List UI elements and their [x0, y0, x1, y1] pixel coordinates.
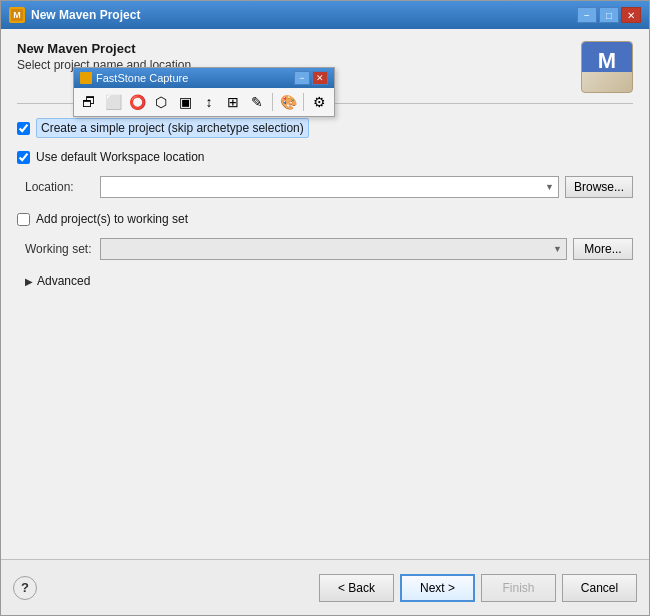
faststone-title-group: FastStone Capture: [80, 72, 294, 84]
faststone-toolbar: FastStone Capture − ✕ 🗗 ⬜ ⭕ ⬡ ▣ ↕ ⊞ ✎ 🎨: [73, 67, 335, 117]
capture-circle-icon[interactable]: ⭕: [126, 91, 148, 113]
more-button[interactable]: More...: [573, 238, 633, 260]
maven-logo-letter: M: [598, 48, 616, 74]
settings-icon[interactable]: ⚙: [308, 91, 330, 113]
finish-button[interactable]: Finish: [481, 574, 556, 602]
faststone-icon: [80, 72, 92, 84]
color-picker-icon[interactable]: 🎨: [277, 91, 299, 113]
footer: ? < Back Next > Finish Cancel: [1, 559, 649, 615]
titlebar: M New Maven Project − □ ✕: [1, 1, 649, 29]
advanced-arrow-icon: ▶: [25, 276, 33, 287]
faststone-tools: 🗗 ⬜ ⭕ ⬡ ▣ ↕ ⊞ ✎ 🎨 ⚙: [74, 88, 334, 116]
working-set-input-wrap: ▼ More...: [100, 238, 633, 260]
main-window: M New Maven Project − □ ✕ FastStone Capt…: [0, 0, 650, 616]
maximize-button[interactable]: □: [599, 7, 619, 23]
toolbar-separator-2: [303, 93, 304, 111]
back-button[interactable]: < Back: [319, 574, 394, 602]
use-default-workspace-checkbox[interactable]: [17, 151, 30, 164]
faststone-close-button[interactable]: ✕: [312, 71, 328, 85]
use-default-workspace-row: Use default Workspace location: [17, 150, 633, 164]
capture-cursor-icon[interactable]: ⬡: [150, 91, 172, 113]
add-to-working-set-label: Add project(s) to working set: [36, 212, 188, 226]
create-simple-checkbox[interactable]: [17, 122, 30, 135]
use-default-workspace-label: Use default Workspace location: [36, 150, 205, 164]
maven-logo: M: [581, 41, 633, 93]
toolbar-separator: [272, 93, 273, 111]
capture-freehand-icon[interactable]: ✎: [246, 91, 268, 113]
titlebar-icon: M: [9, 7, 25, 23]
create-simple-label: Create a simple project (skip archetype …: [36, 118, 309, 138]
svg-text:M: M: [13, 10, 21, 20]
browse-button[interactable]: Browse...: [565, 176, 633, 198]
working-set-dropdown[interactable]: ▼: [100, 238, 567, 260]
faststone-title: FastStone Capture: [96, 72, 188, 84]
create-simple-row: Create a simple project (skip archetype …: [17, 118, 633, 138]
help-button[interactable]: ?: [13, 576, 37, 600]
capture-region-icon[interactable]: ▣: [174, 91, 196, 113]
location-dropdown-arrow: ▼: [545, 182, 554, 192]
close-button[interactable]: ✕: [621, 7, 641, 23]
add-to-working-set-checkbox[interactable]: [17, 213, 30, 226]
add-to-working-set-row: Add project(s) to working set: [17, 212, 633, 226]
content-area: FastStone Capture − ✕ 🗗 ⬜ ⭕ ⬡ ▣ ↕ ⊞ ✎ 🎨: [1, 29, 649, 559]
titlebar-title: New Maven Project: [31, 8, 577, 22]
cancel-button[interactable]: Cancel: [562, 574, 637, 602]
location-dropdown[interactable]: ▼: [100, 176, 559, 198]
footer-buttons: < Back Next > Finish Cancel: [37, 574, 637, 602]
advanced-label: Advanced: [37, 274, 90, 288]
faststone-titlebar: FastStone Capture − ✕: [74, 68, 334, 88]
titlebar-controls: − □ ✕: [577, 7, 641, 23]
location-input-wrap: ▼ Browse...: [100, 176, 633, 198]
capture-window-icon[interactable]: 🗗: [78, 91, 100, 113]
faststone-minimize-button[interactable]: −: [294, 71, 310, 85]
minimize-button[interactable]: −: [577, 7, 597, 23]
faststone-controls: − ✕: [294, 71, 328, 85]
working-set-label: Working set:: [25, 242, 100, 256]
capture-rect-icon[interactable]: ⬜: [102, 91, 124, 113]
form-area: Create a simple project (skip archetype …: [17, 118, 633, 551]
location-row: Location: ▼ Browse...: [17, 176, 633, 198]
next-button[interactable]: Next >: [400, 574, 475, 602]
working-set-dropdown-arrow: ▼: [553, 244, 562, 254]
capture-scroll-icon[interactable]: ↕: [198, 91, 220, 113]
capture-fixed-icon[interactable]: ⊞: [222, 91, 244, 113]
page-title: New Maven Project: [17, 41, 581, 56]
location-label: Location:: [25, 180, 100, 194]
working-set-row: Working set: ▼ More...: [17, 238, 633, 260]
advanced-section[interactable]: ▶ Advanced: [17, 274, 633, 288]
